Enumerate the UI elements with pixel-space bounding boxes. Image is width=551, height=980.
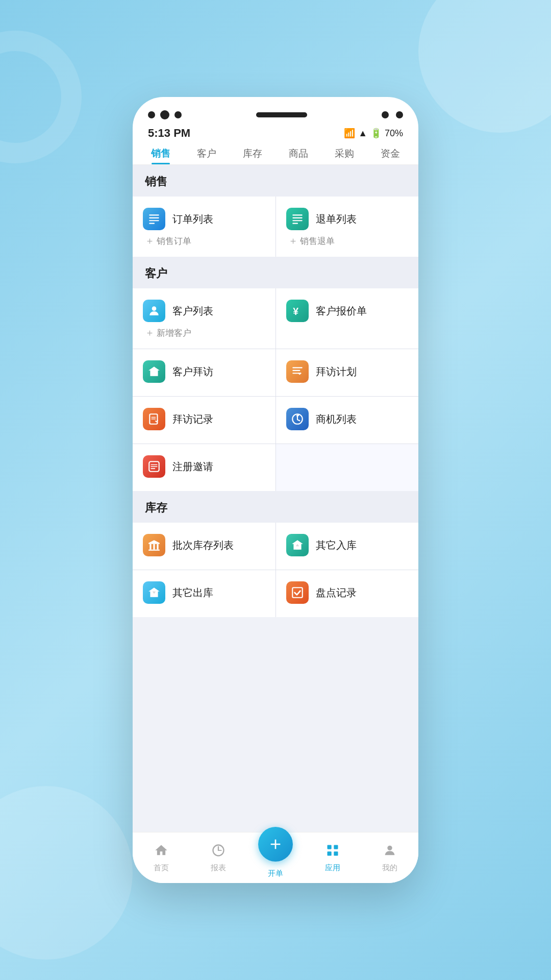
return-list-icon (286, 208, 309, 230)
svg-rect-31 (334, 851, 338, 855)
svg-rect-4 (292, 214, 303, 215)
visit-plan-label: 拜访计划 (316, 365, 357, 379)
menu-item-inventory-check[interactable]: 盘点记录 (276, 570, 419, 617)
menu-item-quote[interactable]: ¥ 客户报价单 (276, 288, 419, 349)
return-list-action: ＋ 销售退单 (288, 234, 335, 248)
quote-icon: ¥ (286, 300, 309, 322)
customer-list-label: 客户列表 (172, 304, 213, 318)
section-header-sales: 销售 (133, 165, 418, 197)
order-list-icon (143, 208, 165, 230)
tab-inventory[interactable]: 库存 (230, 142, 276, 164)
section-title-sales: 销售 (145, 175, 167, 188)
status-bar: 5:13 PM 📶 ▲ 🔋 70% (133, 124, 418, 142)
svg-rect-1 (149, 217, 159, 218)
dot-1 (148, 111, 155, 118)
nav-create-label: 开单 (268, 869, 283, 878)
svg-rect-7 (292, 223, 298, 224)
batch-inventory-icon (143, 534, 165, 556)
bottom-nav: 首页 报表 开单 (133, 832, 418, 883)
battery-icon: 🔋 (370, 128, 382, 139)
menu-item-visit-record[interactable]: 拜访记录 (133, 397, 276, 444)
dot-2 (160, 110, 169, 119)
svg-rect-30 (328, 851, 332, 855)
svg-rect-20 (151, 466, 158, 467)
svg-rect-22 (149, 544, 151, 550)
nav-item-report[interactable]: 报表 (190, 843, 247, 873)
register-invite-icon (143, 455, 165, 478)
time-display: 5:13 PM (148, 127, 190, 140)
opportunity-label: 商机列表 (316, 412, 357, 426)
svg-rect-16 (152, 419, 156, 420)
customer-grid: 客户列表 ＋ 新增客户 ¥ 客户报价单 (133, 288, 418, 491)
customer-list-icon (143, 300, 165, 322)
menu-item-return-list[interactable]: 退单列表 ＋ 销售退单 (276, 197, 419, 257)
phone-frame: 5:13 PM 📶 ▲ 🔋 70% 销售 客户 库存 商品 采购 资金 销售 (133, 97, 418, 883)
status-icons: 📶 ▲ 🔋 70% (344, 128, 403, 139)
nav-item-create[interactable]: 开单 (247, 827, 304, 878)
bottom-spacer (133, 617, 418, 627)
side-dots (382, 111, 403, 118)
signal-icon: ▲ (358, 128, 367, 139)
nav-item-home[interactable]: 首页 (133, 843, 190, 873)
profile-icon (383, 843, 397, 861)
app-icon (325, 843, 340, 861)
menu-item-visit[interactable]: 客户拜访 (133, 349, 276, 396)
quote-label: 客户报价单 (316, 304, 367, 318)
section-title-inventory: 库存 (145, 501, 167, 514)
tab-product[interactable]: 商品 (276, 142, 321, 164)
svg-rect-24 (157, 544, 158, 550)
tab-purchase[interactable]: 采购 (321, 142, 367, 164)
nav-item-app[interactable]: 应用 (304, 843, 361, 873)
wifi-icon: 📶 (344, 128, 355, 139)
svg-rect-15 (152, 417, 156, 418)
tab-finance[interactable]: 资金 (367, 142, 413, 164)
svg-rect-2 (149, 220, 159, 221)
tab-sales[interactable]: 销售 (138, 142, 184, 164)
menu-item-other-outbound[interactable]: 其它出库 (133, 570, 276, 617)
nav-home-label: 首页 (154, 863, 169, 873)
svg-rect-6 (292, 220, 303, 221)
svg-point-8 (152, 306, 157, 311)
nav-profile-label: 我的 (382, 863, 397, 873)
inventory-grid: 批次库存列表 其它入库 (133, 523, 418, 617)
order-list-action: ＋ 销售订单 (145, 234, 191, 248)
report-icon (211, 843, 226, 861)
svg-point-32 (387, 845, 392, 850)
other-inbound-icon (286, 534, 309, 556)
menu-item-batch-inventory[interactable]: 批次库存列表 (133, 523, 276, 570)
nav-tabs: 销售 客户 库存 商品 采购 资金 (133, 142, 418, 165)
side-dot-2 (396, 111, 403, 118)
menu-item-opportunity[interactable]: 商机列表 (276, 397, 419, 444)
speaker (256, 112, 307, 117)
svg-rect-3 (149, 223, 155, 224)
svg-rect-29 (334, 845, 338, 849)
svg-rect-28 (328, 845, 332, 849)
visit-record-label: 拜访记录 (172, 412, 213, 426)
visit-icon (143, 360, 165, 383)
menu-item-customer-list[interactable]: 客户列表 ＋ 新增客户 (133, 288, 276, 349)
menu-item-placeholder (276, 444, 419, 491)
nav-item-profile[interactable]: 我的 (361, 843, 418, 873)
section-header-inventory: 库存 (133, 491, 418, 523)
fab-button[interactable] (258, 827, 293, 862)
side-dot-1 (382, 111, 389, 118)
section-header-customer: 客户 (133, 257, 418, 288)
nav-report-label: 报表 (211, 863, 226, 873)
svg-rect-19 (151, 464, 158, 465)
order-list-label: 订单列表 (172, 212, 213, 226)
svg-rect-21 (151, 468, 156, 469)
menu-item-register-invite[interactable]: 注册邀请 (133, 444, 276, 491)
svg-rect-23 (153, 544, 155, 550)
menu-item-visit-plan[interactable]: 拜访计划 (276, 349, 419, 396)
tab-customer[interactable]: 客户 (184, 142, 230, 164)
svg-text:¥: ¥ (293, 306, 298, 317)
bg-decoration-bottom-left (0, 786, 133, 960)
svg-rect-0 (149, 214, 159, 215)
other-inbound-label: 其它入库 (316, 538, 357, 552)
dot-3 (174, 111, 182, 118)
battery-percent: 70% (385, 128, 403, 139)
bg-decoration-top-right (418, 0, 551, 133)
menu-item-order-list[interactable]: 订单列表 ＋ 销售订单 (133, 197, 276, 257)
visit-label: 客户拜访 (172, 365, 213, 379)
menu-item-other-inbound[interactable]: 其它入库 (276, 523, 419, 570)
